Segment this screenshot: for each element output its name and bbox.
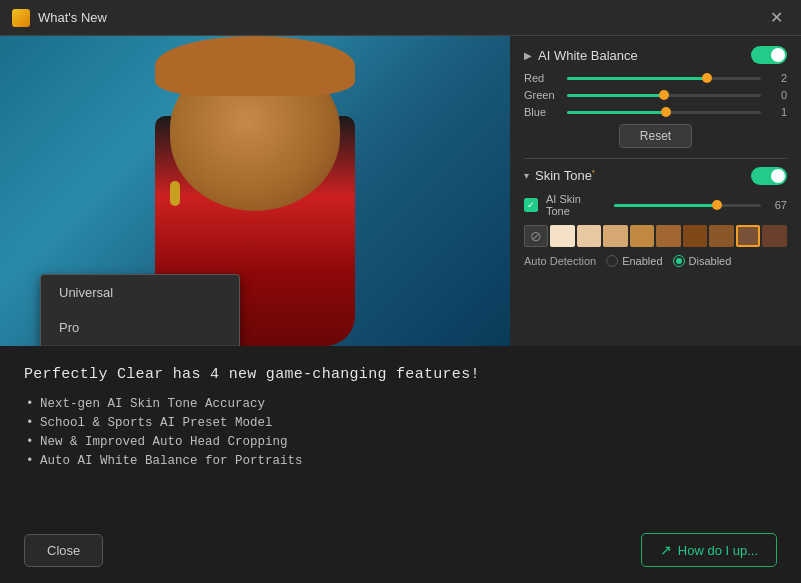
white-balance-title: ▶ AI White Balance	[524, 48, 638, 63]
swatch-9[interactable]	[762, 225, 786, 247]
title-bar-left: What's New	[12, 9, 107, 27]
swatch-none[interactable]: ⊘	[524, 225, 548, 247]
white-balance-header: ▶ AI White Balance	[524, 46, 787, 64]
close-dialog-button[interactable]: Close	[24, 534, 103, 567]
photo-area: Universal Pro School and Sports	[0, 36, 510, 346]
blue-slider-row: Blue 1	[524, 106, 787, 118]
app-icon	[12, 9, 30, 27]
ai-skin-tone-slider-track[interactable]	[614, 204, 761, 207]
red-slider-fill	[567, 77, 707, 80]
white-balance-section: ▶ AI White Balance Red 2 Green	[524, 46, 787, 148]
skin-tone-header: ▾ Skin Tone*	[524, 167, 787, 185]
main-content: Universal Pro School and Sports ▶ AI Whi…	[0, 36, 801, 583]
ai-skin-tone-row: AI Skin Tone 67	[524, 193, 787, 217]
skin-tone-arrow-icon: ▾	[524, 170, 529, 181]
dropdown-item-school-sports[interactable]: School and Sports	[41, 345, 239, 346]
blue-slider-track[interactable]	[567, 111, 761, 114]
bottom-section: Perfectly Clear has 4 new game-changing …	[0, 346, 801, 533]
red-slider-track[interactable]	[567, 77, 761, 80]
swatch-7[interactable]	[709, 225, 733, 247]
dropdown-item-universal[interactable]: Universal	[41, 275, 239, 310]
swatch-5[interactable]	[656, 225, 680, 247]
section-divider	[524, 158, 787, 159]
top-section: Universal Pro School and Sports ▶ AI Whi…	[0, 36, 801, 346]
features-headline: Perfectly Clear has 4 new game-changing …	[24, 366, 777, 383]
swatch-1[interactable]	[550, 225, 574, 247]
features-list: Next-gen AI Skin Tone Accuracy School & …	[24, 397, 777, 468]
reset-button[interactable]: Reset	[619, 124, 692, 148]
white-balance-arrow-icon: ▶	[524, 50, 532, 61]
feature-2: School & Sports AI Preset Model	[24, 416, 777, 430]
swatch-3[interactable]	[603, 225, 627, 247]
window-title: What's New	[38, 10, 107, 25]
green-slider-row: Green 0	[524, 89, 787, 101]
green-slider-fill	[567, 94, 664, 97]
window-close-button[interactable]: ✕	[764, 6, 789, 29]
feature-4: Auto AI White Balance for Portraits	[24, 454, 777, 468]
white-balance-toggle[interactable]	[751, 46, 787, 64]
blue-slider-thumb[interactable]	[661, 107, 671, 117]
dropdown-item-pro[interactable]: Pro	[41, 310, 239, 345]
ai-skin-tone-fill	[614, 204, 717, 207]
skin-tone-title: ▾ Skin Tone*	[524, 168, 595, 183]
upgrade-label: How do I up...	[678, 543, 758, 558]
ai-skin-tone-checkbox[interactable]	[524, 198, 538, 212]
feature-1: Next-gen AI Skin Tone Accuracy	[24, 397, 777, 411]
swatch-4[interactable]	[630, 225, 654, 247]
ai-skin-tone-thumb[interactable]	[712, 200, 722, 210]
skin-tone-section: ▾ Skin Tone* AI Skin Tone 67	[524, 167, 787, 267]
feature-3: New & Improved Auto Head Cropping	[24, 435, 777, 449]
right-panel: ▶ AI White Balance Red 2 Green	[510, 36, 801, 346]
upgrade-icon: ↗	[660, 542, 672, 558]
upgrade-button[interactable]: ↗ How do I up...	[641, 533, 777, 567]
bottom-bar: Close ↗ How do I up...	[0, 533, 801, 583]
green-slider-thumb[interactable]	[659, 90, 669, 100]
disabled-radio[interactable]: Disabled	[673, 255, 732, 267]
skin-tone-swatches: ⊘	[524, 225, 787, 247]
red-slider-row: Red 2	[524, 72, 787, 84]
auto-detection-row: Auto Detection Enabled Disabled	[524, 255, 787, 267]
red-slider-thumb[interactable]	[702, 73, 712, 83]
green-slider-track[interactable]	[567, 94, 761, 97]
swatch-6[interactable]	[683, 225, 707, 247]
swatch-2[interactable]	[577, 225, 601, 247]
enabled-radio[interactable]: Enabled	[606, 255, 662, 267]
swatch-8-selected[interactable]	[736, 225, 761, 247]
blue-slider-fill	[567, 111, 666, 114]
title-bar: What's New ✕	[0, 0, 801, 36]
disabled-radio-circle	[673, 255, 685, 267]
enabled-radio-circle	[606, 255, 618, 267]
skin-tone-toggle[interactable]	[751, 167, 787, 185]
dropdown-menu: Universal Pro School and Sports	[40, 274, 240, 346]
